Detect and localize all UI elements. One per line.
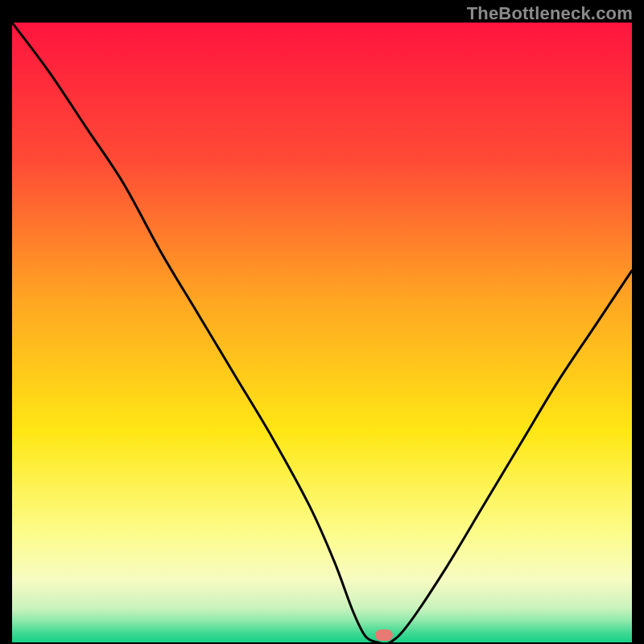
watermark-text: TheBottleneck.com bbox=[467, 3, 633, 24]
plot-area bbox=[12, 23, 632, 642]
chart-frame: TheBottleneck.com bbox=[0, 0, 644, 644]
optimal-point-marker bbox=[375, 630, 393, 641]
bottleneck-curve bbox=[12, 23, 632, 642]
